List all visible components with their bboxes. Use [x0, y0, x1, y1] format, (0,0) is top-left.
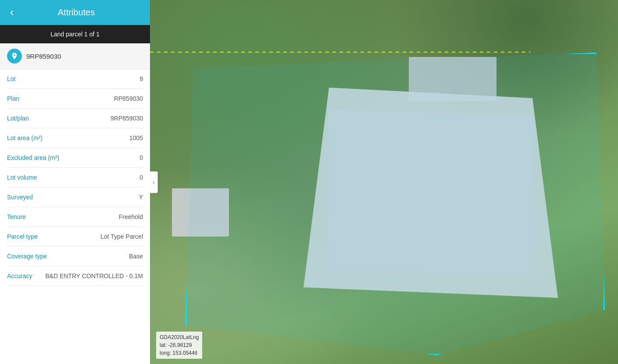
parcel-id-row: 9RP859030 [0, 43, 150, 69]
attributes-list: Lot9PlanRP859030Lot/plan9RP859030Lot are… [0, 69, 150, 364]
sidebar-header: Attributes [0, 0, 150, 25]
attribute-value: RP859030 [114, 95, 143, 102]
gda-lat: lat: -26.96129 [160, 341, 199, 349]
attribute-label: Accuracy [7, 272, 32, 279]
attribute-label: Parcel type [7, 233, 38, 240]
attribute-row: SurveyedY [7, 187, 143, 207]
parcel-banner-text: Land parcel 1 of 1 [50, 31, 100, 38]
attribute-row: Lot9 [7, 69, 143, 89]
attribute-value: B&D ENTRY CONTROLLED - 0.1M [45, 272, 143, 279]
sidebar: Attributes Land parcel 1 of 1 9RP859030 … [0, 0, 150, 364]
attribute-label: Surveyed [7, 194, 33, 201]
attribute-value: 1005 [129, 134, 143, 141]
attribute-value: Freehold [119, 213, 143, 220]
attribute-value: 0 [139, 154, 143, 161]
parcel-banner: Land parcel 1 of 1 [0, 25, 150, 43]
attribute-label: Coverage type [7, 253, 47, 260]
attribute-row: Lot volume0 [7, 168, 143, 187]
attribute-row: Coverage typeBase [7, 247, 143, 266]
attribute-row: Parcel typeLot Type Parcel [7, 227, 143, 247]
gda-lng: long: 153.05446 [160, 349, 199, 357]
attribute-row: Lot area (m²)1005 [7, 128, 143, 148]
attribute-value: 9 [139, 75, 143, 82]
attribute-row: Excluded area (m²)0 [7, 148, 143, 168]
parcel-id-text: 9RP859030 [26, 53, 61, 60]
location-pin-icon [7, 49, 22, 64]
attribute-label: Plan [7, 95, 19, 102]
attribute-row: Lot/plan9RP859030 [7, 109, 143, 128]
attribute-row: TenureFreehold [7, 207, 143, 227]
attribute-value: 0 [139, 174, 143, 181]
attribute-label: Lot/plan [7, 115, 29, 122]
attribute-row: AccuracyB&D ENTRY CONTROLLED - 0.1M [7, 266, 143, 286]
map-area[interactable]: GDA2020LatLng lat: -26.96129 long: 153.0… [150, 0, 618, 364]
gda-label: GDA2020LatLng [160, 333, 199, 341]
attribute-label: Lot volume [7, 174, 37, 181]
attribute-label: Tenure [7, 213, 26, 220]
gda-info-box: GDA2020LatLng lat: -26.96129 long: 153.0… [156, 332, 202, 359]
attribute-value: Lot Type Parcel [100, 233, 143, 240]
attribute-value: 9RP859030 [111, 115, 143, 122]
attribute-label: Excluded area (m²) [7, 154, 59, 161]
attribute-value: Y [139, 194, 143, 201]
attribute-value: Base [129, 253, 143, 260]
attribute-label: Lot [7, 75, 15, 82]
attribute-row: PlanRP859030 [7, 89, 143, 109]
back-button[interactable] [7, 8, 17, 18]
structure-bottom-left [172, 188, 229, 237]
collapse-sidebar-button[interactable] [150, 171, 158, 193]
house-roof-inner [317, 101, 545, 289]
sidebar-title: Attributes [22, 7, 131, 18]
boundary-line [150, 52, 530, 53]
attribute-label: Lot area (m²) [7, 134, 43, 141]
